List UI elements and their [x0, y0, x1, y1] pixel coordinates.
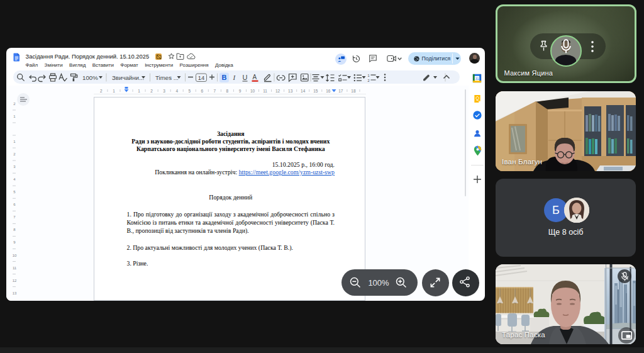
- svg-text:U: U: [243, 74, 248, 81]
- svg-text:6: 6: [201, 89, 203, 93]
- svg-text:15: 15: [313, 89, 318, 93]
- svg-text:9: 9: [239, 89, 242, 93]
- svg-text:7: 7: [214, 89, 216, 93]
- svg-text:4: 4: [175, 89, 178, 93]
- svg-text:2: 2: [368, 79, 370, 82]
- svg-text:17: 17: [338, 89, 343, 93]
- svg-text:18: 18: [351, 89, 356, 93]
- svg-text:I: I: [233, 74, 236, 81]
- svg-text:A: A: [253, 74, 257, 81]
- svg-text:10: 10: [13, 254, 17, 257]
- svg-text:Times ...: Times ...: [155, 74, 179, 81]
- svg-text:13: 13: [13, 291, 17, 295]
- svg-text:2: 2: [13, 152, 16, 156]
- svg-text:11: 11: [263, 89, 267, 93]
- svg-text:2: 2: [100, 89, 103, 93]
- svg-text:2: 2: [13, 102, 16, 106]
- svg-text:7: 7: [13, 215, 16, 219]
- svg-text:11: 11: [13, 266, 17, 270]
- svg-text:16: 16: [326, 89, 331, 93]
- svg-text:13: 13: [288, 89, 293, 93]
- svg-text:14: 14: [301, 89, 306, 93]
- svg-text:5: 5: [13, 190, 16, 194]
- svg-text:1: 1: [368, 74, 370, 77]
- svg-text:12: 12: [275, 89, 280, 93]
- svg-text:5: 5: [188, 89, 191, 93]
- svg-text:3: 3: [163, 89, 165, 93]
- svg-text:8: 8: [13, 228, 16, 232]
- svg-text:1: 1: [113, 89, 115, 93]
- svg-text:Звичайни...: Звичайни...: [112, 74, 144, 81]
- svg-text:14: 14: [198, 75, 204, 81]
- svg-text:100%: 100%: [82, 74, 98, 81]
- svg-text:2: 2: [150, 89, 153, 93]
- svg-text:8: 8: [226, 89, 229, 93]
- svg-text:9: 9: [13, 240, 16, 244]
- svg-text:31: 31: [475, 77, 479, 81]
- svg-text:1: 1: [13, 115, 16, 118]
- svg-text:1: 1: [13, 140, 16, 143]
- svg-text:6: 6: [13, 203, 16, 206]
- svg-text:10: 10: [250, 89, 255, 93]
- svg-text:1: 1: [138, 89, 140, 93]
- svg-text:12: 12: [13, 279, 17, 283]
- svg-text:4: 4: [13, 177, 16, 181]
- svg-text:3: 3: [13, 165, 16, 169]
- svg-text:B: B: [222, 74, 227, 81]
